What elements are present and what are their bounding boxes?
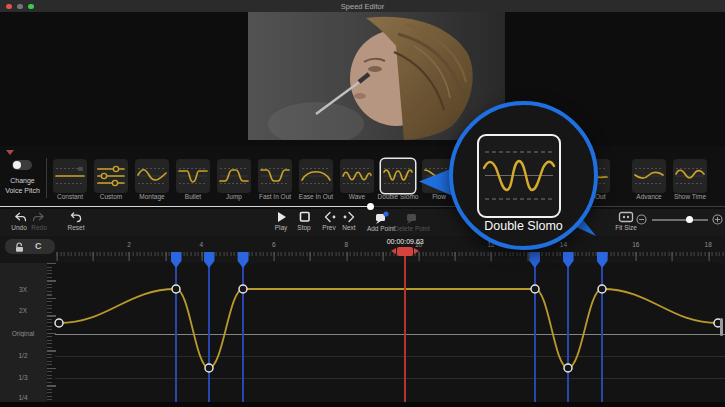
preset-label-constant: Constant [48,193,92,200]
ruler-number: 4 [193,241,209,248]
curve-point[interactable] [531,285,539,293]
preset-curve-icon [53,164,87,188]
preset-tile-bullet[interactable] [176,159,210,193]
speed-editor-window: Speed Editor [0,0,725,407]
ruler-number: 2 [121,241,137,248]
ruler-number: 14 [555,241,571,248]
preset-label-show-time: Show Time [668,193,712,200]
preset-label-jump: Jump [212,193,256,200]
curve-point[interactable] [205,364,213,372]
collapse-arrow-icon[interactable] [6,150,14,155]
voice-pitch-label-line1: Change [0,177,45,184]
playhead-step-left-icon[interactable] [391,248,396,254]
voice-pitch-toggle[interactable] [12,160,32,170]
preset-scrollbar[interactable] [0,205,725,208]
ruler-number: 8 [338,241,354,248]
curve-point[interactable] [55,319,63,327]
magnifier-circle: Double Slomo [449,101,598,250]
preset-curve-icon [94,164,128,188]
curve-point[interactable] [172,285,180,293]
next-button[interactable]: Next [335,211,363,231]
preset-tile-ease-in-out[interactable] [299,159,333,193]
ruler-number: 16 [628,241,644,248]
graph-scrollbar-handle[interactable] [720,318,723,336]
preset-tile-fast-in-out[interactable] [258,159,292,193]
unlock-icon[interactable] [14,242,25,253]
preset-tile-advance[interactable] [632,159,666,193]
zoom-in-icon[interactable] [712,214,723,225]
timecode: 00:00:09.63 [365,238,445,245]
preset-label-double-slomo: Double Slomo [376,193,420,200]
zoom-slider-track[interactable] [652,219,708,221]
reset-button[interactable]: Reset [62,211,90,231]
preset-tile-jump[interactable] [217,159,251,193]
zoom-out-icon[interactable] [636,214,647,225]
bottom-strip [0,402,725,407]
toggle-knob [13,161,21,169]
window-title: Speed Editor [0,2,725,11]
video-frame-art [248,12,505,140]
title-bar: Speed Editor [0,0,725,12]
preset-label-fast-in-out: Fast In Out [253,193,297,200]
preset-tile-montage[interactable] [135,159,169,193]
preset-label-custom: Custom [89,193,133,200]
speed-curve[interactable] [0,263,725,402]
ruler-number: 6 [266,241,282,248]
curve-point[interactable] [598,285,606,293]
curve-mode-icon[interactable]: C [35,241,42,251]
preset-tile-show-time[interactable] [673,159,707,193]
zoom-slider-knob[interactable] [686,216,693,223]
preset-curve-icon [340,164,374,188]
timeline-tools-pill: C [5,239,55,254]
redo-button[interactable]: Redo [25,211,53,231]
preset-curve-icon [258,164,292,188]
voice-pitch-label-line2: Voice Pitch [0,187,45,194]
magnifier-label: Double Slomo [441,219,606,233]
preset-label-ease-in-out: Ease In Out [294,193,338,200]
panel-divider [46,158,47,198]
preset-curve-icon [381,164,415,188]
magnified-preset-tile [477,134,561,218]
stop-button[interactable]: Stop [290,211,318,231]
preset-label-bullet: Bullet [171,193,215,200]
scrollbar-knob[interactable] [367,203,374,210]
preset-label-montage: Montage [130,193,174,200]
preset-curve-icon [176,164,210,188]
curve-point[interactable] [239,285,247,293]
playhead-line [404,255,406,402]
preset-curve-icon [217,164,251,188]
scrollbar-filled-track [0,206,370,208]
toolbar: Undo Redo Reset Play Stop Prev Next [0,209,725,236]
preset-tile-double-slomo[interactable] [381,159,415,193]
preset-tile-wave[interactable] [340,159,374,193]
curve-point[interactable] [564,364,572,372]
delete-point-button[interactable]: Delete Point [390,211,434,232]
preset-tile-constant[interactable] [53,159,87,193]
preset-curve-icon [673,164,707,188]
preset-tile-custom[interactable] [94,159,128,193]
preset-label-wave: Wave [335,193,379,200]
playhead-handle[interactable] [397,247,413,256]
video-preview [248,12,505,140]
preset-label-advance: Advance [627,193,671,200]
ruler-number: 18 [700,241,716,248]
preset-curve-icon [299,164,333,188]
preset-curve-icon [135,164,169,188]
preset-curve-icon [632,164,666,188]
double-slomo-curve-icon [479,136,559,216]
playhead-step-right-icon[interactable] [414,248,419,254]
